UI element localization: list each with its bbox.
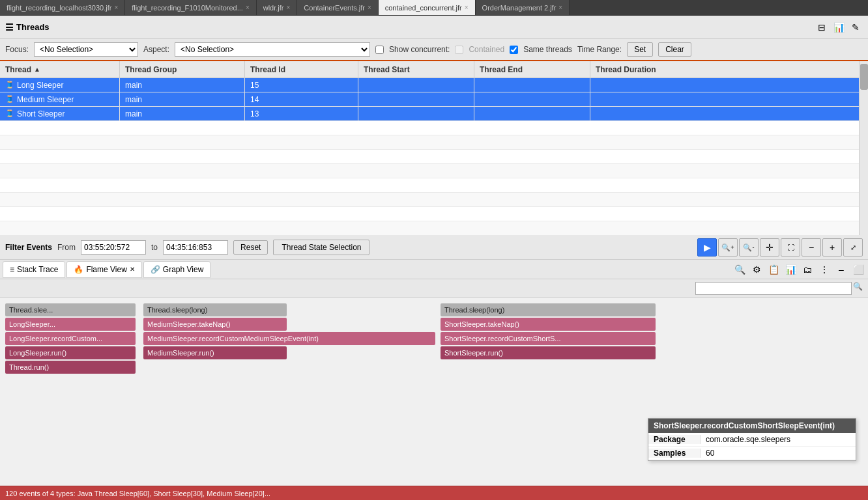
expand-button[interactable]: ⤢ bbox=[843, 238, 863, 257]
pan-button[interactable]: ✛ bbox=[760, 238, 779, 257]
close-icon[interactable]: × bbox=[287, 4, 291, 11]
folder-icon[interactable]: 🗂 bbox=[800, 262, 815, 277]
same-threads-checkbox[interactable] bbox=[510, 46, 518, 54]
settings-icon[interactable]: ⚙ bbox=[749, 262, 764, 277]
vertical-scrollbar[interactable] bbox=[859, 61, 868, 235]
stack-tab-actions: 🔍 ⚙ 📋 📊 🗂 ⋮ – ⬜ bbox=[732, 262, 865, 277]
close-icon[interactable]: × bbox=[114, 4, 118, 11]
flame-block[interactable]: MediumSleeper.run() bbox=[143, 346, 287, 359]
header-bar: ☰ Threads ⊟ 📊 ✎ bbox=[0, 16, 868, 39]
tooltip-row: Samples 60 bbox=[648, 447, 856, 460]
set-button[interactable]: Set bbox=[627, 42, 653, 57]
from-time-input[interactable] bbox=[81, 240, 146, 255]
flame-block[interactable]: Thread.sleep(long) bbox=[441, 303, 656, 316]
tab-flame-view[interactable]: 🔥 Flame View ✕ bbox=[66, 261, 141, 278]
flame-block[interactable]: MediumSleeper.recordCustomMediumSleepEve… bbox=[143, 332, 435, 345]
to-label: to bbox=[151, 243, 158, 252]
tab-flight2[interactable]: flight_recording_F1010Monitored... × bbox=[125, 0, 256, 15]
show-concurrent-checkbox[interactable] bbox=[375, 46, 384, 54]
maximize-icon[interactable]: ⬜ bbox=[851, 262, 865, 277]
decrease-button[interactable]: − bbox=[802, 238, 821, 257]
flame-block[interactable]: Thread.sleep(long) bbox=[143, 303, 287, 316]
show-concurrent-label: Show concurrent: bbox=[389, 45, 450, 54]
tab-graph-view[interactable]: 🔗 Graph View bbox=[143, 261, 210, 278]
td-group: main bbox=[120, 107, 245, 120]
close-icon[interactable]: × bbox=[558, 4, 562, 11]
timeline-controls: ▶ 🔍+ 🔍- ✛ ⛶ − + ⤢ bbox=[697, 238, 863, 257]
bottom-panel: ≡ Stack Trace 🔥 Flame View ✕ 🔗 Graph Vie… bbox=[0, 260, 868, 500]
fit-button[interactable]: ⛶ bbox=[781, 238, 800, 257]
tab-wldr[interactable]: wldr.jfr × bbox=[257, 0, 298, 15]
table-body: 🧵 Long Sleeper main 15 🧵 Medium Sleeper … bbox=[0, 78, 868, 235]
focus-select[interactable]: <No Selection> bbox=[34, 42, 138, 57]
flame-row-1: Thread.slee... Thread.sleep(long) Thread… bbox=[5, 303, 863, 316]
thread-icon: 🧵 bbox=[5, 109, 14, 118]
flame-spacer bbox=[295, 346, 439, 359]
empty-row bbox=[0, 135, 868, 150]
to-time-input[interactable] bbox=[163, 240, 228, 255]
reset-button[interactable]: Reset bbox=[233, 240, 268, 255]
flame-block[interactable]: LongSleeper.run() bbox=[5, 346, 136, 359]
td-thread: 🧵 Long Sleeper bbox=[0, 78, 120, 92]
sort-arrow-icon: ▲ bbox=[34, 66, 40, 73]
aspect-select[interactable]: <No Selection> bbox=[175, 42, 370, 57]
td-thread: 🧵 Medium Sleeper bbox=[0, 92, 120, 106]
zoom-in-button[interactable]: 🔍+ bbox=[718, 238, 738, 257]
select-tool-button[interactable]: ▶ bbox=[697, 238, 717, 257]
flame-block[interactable]: MediumSleeper.takeNap() bbox=[143, 318, 287, 331]
tab-flight1[interactable]: flight_recording_localhost3030.jfr × bbox=[0, 0, 125, 15]
tab-contained-concurrent[interactable]: contained_concurrent.jfr × bbox=[379, 0, 476, 15]
edit-icon[interactable]: ✎ bbox=[848, 20, 863, 35]
thread-state-selection-button[interactable]: Thread State Selection bbox=[273, 240, 369, 255]
td-end bbox=[474, 78, 590, 92]
empty-row bbox=[0, 193, 868, 207]
minimize-icon[interactable]: – bbox=[834, 262, 848, 277]
contained-checkbox[interactable] bbox=[455, 46, 463, 54]
tooltip: ShortSleeper.recordCustomShortSleepEvent… bbox=[648, 418, 856, 461]
thread-icon: 🧵 bbox=[5, 95, 14, 104]
close-icon[interactable]: × bbox=[246, 4, 250, 11]
export-icon[interactable]: 🔍 bbox=[732, 262, 747, 277]
layout-icon[interactable]: ⊟ bbox=[815, 20, 829, 35]
search-icon[interactable]: 🔍 bbox=[853, 282, 863, 295]
status-text: 120 events of 4 types: Java Thread Sleep… bbox=[5, 490, 270, 497]
chart-type-icon[interactable]: 📊 bbox=[783, 262, 798, 277]
main-panel: ☰ Threads ⊟ 📊 ✎ Focus: <No Selection> As… bbox=[0, 16, 868, 500]
empty-area bbox=[0, 121, 868, 235]
flame-block[interactable]: ShortSleeper.takeNap() bbox=[441, 318, 656, 331]
copy-icon[interactable]: 📋 bbox=[766, 262, 781, 277]
increase-button[interactable]: + bbox=[822, 238, 842, 257]
filter-events-label: Filter Events bbox=[5, 243, 52, 252]
flame-chart-area: Thread.slee... Thread.sleep(long) Thread… bbox=[0, 298, 868, 486]
flame-block[interactable]: ShortSleeper.run() bbox=[441, 346, 656, 359]
zoom-out-button[interactable]: 🔍- bbox=[739, 238, 759, 257]
flame-block[interactable]: LongSleeper... bbox=[5, 318, 136, 331]
tab-label: wldr.jfr bbox=[263, 4, 284, 12]
close-icon[interactable]: × bbox=[368, 4, 371, 11]
tab-stack-trace[interactable]: ≡ Stack Trace bbox=[3, 261, 65, 278]
threads-icon: ☰ bbox=[5, 22, 14, 33]
flame-spacer bbox=[437, 332, 439, 345]
table-row[interactable]: 🧵 Short Sleeper main 13 bbox=[0, 107, 868, 121]
td-thread: 🧵 Short Sleeper bbox=[0, 107, 120, 120]
clear-button[interactable]: Clear bbox=[658, 42, 691, 57]
tab-order-mgmt[interactable]: OrderManagement 2.jfr × bbox=[476, 0, 570, 15]
flame-block[interactable]: LongSleeper.recordCustom... bbox=[5, 332, 136, 345]
scrollbar-thumb[interactable] bbox=[860, 64, 868, 90]
table-row[interactable]: 🧵 Long Sleeper main 15 bbox=[0, 78, 868, 92]
tab-container-events[interactable]: ContainerEvents.jfr × bbox=[297, 0, 378, 15]
search-bar: 🔍 bbox=[0, 279, 868, 298]
more-icon[interactable]: ⋮ bbox=[817, 262, 832, 277]
td-start bbox=[358, 107, 474, 120]
tab-label: flight_recording_F1010Monitored... bbox=[132, 4, 243, 12]
flame-block[interactable]: ShortSleeper.recordCustomShortS... bbox=[441, 332, 656, 345]
search-input[interactable] bbox=[695, 282, 852, 295]
flame-block[interactable]: Thread.run() bbox=[5, 361, 136, 374]
table-row[interactable]: 🧵 Medium Sleeper main 14 bbox=[0, 92, 868, 107]
thread-table: Thread ▲ Thread Group Thread Id Thread S… bbox=[0, 61, 868, 235]
close-icon[interactable]: × bbox=[465, 4, 469, 11]
chart-icon[interactable]: 📊 bbox=[832, 20, 846, 35]
flame-row-5: Thread.run() bbox=[5, 361, 863, 374]
flame-block[interactable]: Thread.slee... bbox=[5, 303, 136, 316]
close-icon[interactable]: ✕ bbox=[130, 266, 135, 273]
